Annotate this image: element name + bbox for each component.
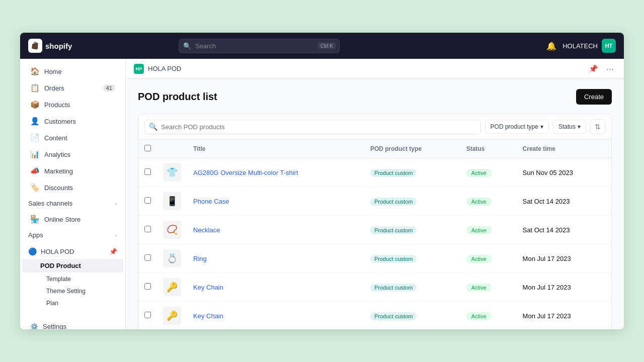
hola-pod-icon: 🔵 bbox=[28, 247, 37, 255]
sort-button[interactable]: ⇅ bbox=[590, 119, 605, 134]
pod-type-badge: Product custom bbox=[370, 169, 417, 177]
brand-logo[interactable]: shopify bbox=[28, 39, 72, 53]
table-search-icon: 🔍 bbox=[149, 123, 157, 131]
pod-product-label: POD Product bbox=[40, 262, 81, 269]
sort-icon: ⇅ bbox=[595, 123, 601, 131]
sidebar-item-analytics[interactable]: 📊 Analytics bbox=[22, 146, 123, 162]
search-shortcut: Ctrl K bbox=[318, 43, 336, 49]
create-button[interactable]: Create bbox=[576, 89, 612, 105]
pin-icon: 📌 bbox=[109, 248, 117, 255]
sidebar-item-template[interactable]: Template bbox=[20, 273, 125, 285]
page-title: POD product list bbox=[138, 91, 217, 103]
status-badge: Active bbox=[466, 284, 492, 292]
sidebar-item-marketing[interactable]: 📣 Marketing bbox=[22, 163, 123, 179]
sidebar-label-analytics: Analytics bbox=[44, 151, 70, 158]
row-title-cell[interactable]: Key Chain bbox=[187, 273, 364, 302]
row-pod-type-cell: Product custom bbox=[364, 216, 460, 244]
row-checkbox-2[interactable] bbox=[144, 226, 151, 232]
search-input[interactable] bbox=[179, 39, 340, 53]
apps-label: Apps bbox=[28, 231, 43, 239]
sidebar-item-customers[interactable]: 👤 Customers bbox=[22, 113, 123, 129]
filter-pod-type-button[interactable]: POD product type ▾ bbox=[485, 120, 549, 134]
status-badge: Active bbox=[466, 198, 492, 206]
account-name: HOLATECH bbox=[562, 42, 598, 50]
col-status: Status bbox=[460, 140, 517, 158]
row-title-cell[interactable]: Ring bbox=[187, 244, 364, 273]
row-checkbox-3[interactable] bbox=[144, 254, 151, 261]
sidebar-item-online-store[interactable]: 🏪 Online Store bbox=[22, 211, 123, 227]
row-pod-type-cell: Product custom bbox=[364, 302, 460, 330]
sidebar-item-discounts[interactable]: 🏷️ Discounts bbox=[22, 179, 123, 196]
sidebar-item-products[interactable]: 📦 Products bbox=[22, 97, 123, 113]
row-date-cell: Sun Nov 05 2023 bbox=[517, 158, 611, 187]
row-pod-type-cell: Product custom bbox=[364, 187, 460, 216]
marketing-icon: 📣 bbox=[30, 166, 40, 175]
sidebar: 🏠 Home 📋 Orders 41 📦 Products 👤 Customer… bbox=[20, 59, 126, 329]
product-table: Title POD product type Status Create tim… bbox=[138, 140, 611, 329]
row-thumbnail: 👕 bbox=[163, 163, 181, 182]
row-status-cell: Active bbox=[460, 302, 517, 330]
account-info: HOLATECH HT bbox=[562, 39, 616, 53]
row-checkbox-5[interactable] bbox=[144, 312, 151, 318]
sidebar-item-home[interactable]: 🏠 Home bbox=[22, 63, 123, 79]
row-checkbox-cell bbox=[138, 187, 157, 216]
sidebar-label-online-store: Online Store bbox=[44, 216, 80, 223]
row-thumbnail: 💍 bbox=[163, 249, 181, 267]
avatar[interactable]: HT bbox=[602, 39, 616, 53]
sidebar-label-products: Products bbox=[44, 101, 70, 109]
sidebar-item-theme-setting[interactable]: Theme Setting bbox=[20, 285, 125, 297]
pin-subbar-icon[interactable]: 📌 bbox=[587, 63, 600, 74]
subbar-app-logo: HP bbox=[134, 64, 144, 74]
content-icon: 📄 bbox=[30, 133, 40, 142]
status-badge: Active bbox=[466, 312, 492, 320]
analytics-icon: 📊 bbox=[30, 150, 40, 159]
notification-button[interactable]: 🔔 bbox=[546, 41, 556, 51]
sidebar-item-plan[interactable]: Plan bbox=[20, 297, 125, 309]
row-status-cell: Active bbox=[460, 187, 517, 216]
table-row: 🔑 Key Chain Product custom Active Mon Ju… bbox=[138, 302, 611, 330]
table-row: 💍 Ring Product custom Active Mon Jul 17 … bbox=[138, 244, 611, 273]
row-checkbox-4[interactable] bbox=[144, 283, 151, 290]
row-thumb-cell: 🔑 bbox=[157, 273, 187, 302]
apps-header[interactable]: Apps › bbox=[20, 228, 125, 242]
row-status-cell: Active bbox=[460, 216, 517, 244]
row-title-cell[interactable]: Key Chain bbox=[187, 302, 364, 330]
row-date-cell: Sat Oct 14 2023 bbox=[517, 216, 611, 244]
product-table-card: 🔍 POD product type ▾ Status ▾ ⇅ bbox=[138, 114, 612, 329]
more-subbar-icon[interactable]: ⋯ bbox=[604, 63, 616, 74]
table-row: 📿 Necklace Product custom Active Sat Oct… bbox=[138, 216, 611, 244]
page-content: POD product list Create 🔍 POD product ty… bbox=[126, 79, 624, 329]
global-search[interactable]: 🔍 Ctrl K bbox=[179, 39, 340, 53]
theme-setting-label: Theme Setting bbox=[46, 288, 86, 295]
orders-badge: 41 bbox=[103, 84, 115, 92]
select-all-checkbox[interactable] bbox=[144, 145, 151, 151]
row-title-cell[interactable]: Necklace bbox=[187, 216, 364, 244]
sidebar-item-settings[interactable]: ⚙️ Settings bbox=[22, 319, 123, 329]
filter-status-chevron: ▾ bbox=[578, 123, 581, 130]
row-status-cell: Active bbox=[460, 273, 517, 302]
pod-type-badge: Product custom bbox=[370, 255, 417, 263]
row-checkbox-0[interactable] bbox=[144, 168, 151, 175]
sidebar-item-content[interactable]: 📄 Content bbox=[22, 130, 123, 146]
col-thumb bbox=[157, 140, 187, 158]
home-icon: 🏠 bbox=[30, 67, 40, 76]
filter-type-label: POD product type bbox=[491, 123, 538, 130]
app-hola-pod[interactable]: 🔵 HOLA POD 📌 bbox=[20, 244, 125, 258]
filter-status-label: Status bbox=[558, 123, 576, 130]
row-thumb-cell: 👕 bbox=[157, 158, 187, 187]
table-search-input[interactable] bbox=[144, 120, 481, 134]
row-title-cell[interactable]: Phone Case bbox=[187, 187, 364, 216]
filter-status-button[interactable]: Status ▾ bbox=[553, 120, 586, 134]
content-subbar: HP HOLA POD 📌 ⋯ bbox=[126, 59, 624, 79]
sales-channels-header[interactable]: Sales channels › bbox=[20, 196, 125, 211]
sidebar-item-orders[interactable]: 📋 Orders 41 bbox=[22, 80, 123, 96]
content-area: HP HOLA POD 📌 ⋯ POD product list Create bbox=[126, 59, 624, 329]
sidebar-item-pod-product[interactable]: POD Product bbox=[22, 259, 123, 273]
pod-type-badge: Product custom bbox=[370, 198, 417, 206]
row-checkbox-1[interactable] bbox=[144, 197, 151, 204]
row-pod-type-cell: Product custom bbox=[364, 273, 460, 302]
row-date-cell: Mon Jul 17 2023 bbox=[517, 244, 611, 273]
main-layout: 🏠 Home 📋 Orders 41 📦 Products 👤 Customer… bbox=[20, 59, 624, 329]
row-title-cell[interactable]: AG280G Oversize Multi-color T-shirt bbox=[187, 158, 364, 187]
status-badge: Active bbox=[466, 255, 492, 263]
